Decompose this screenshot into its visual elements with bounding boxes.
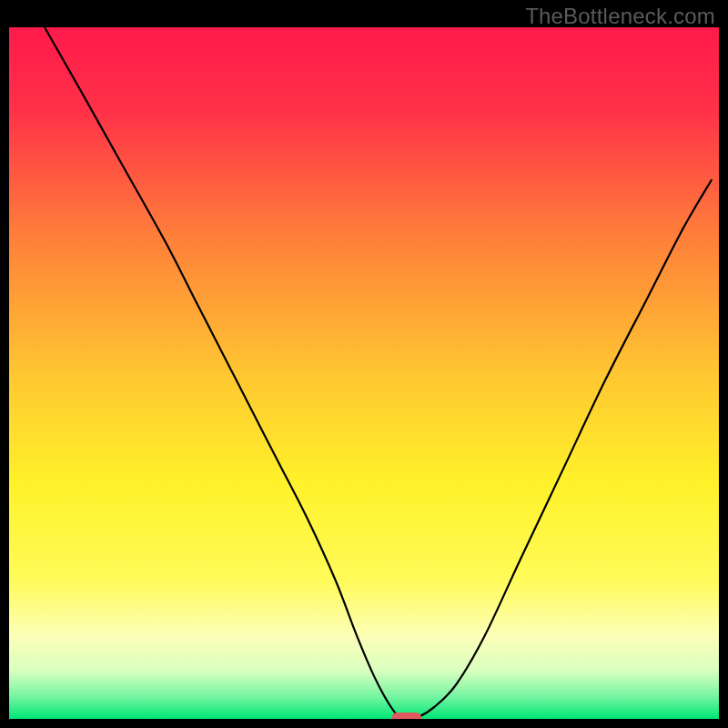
gradient-background — [9, 27, 719, 719]
chart-plot-area — [9, 27, 719, 719]
bottleneck-chart — [9, 27, 719, 719]
optimal-marker — [391, 713, 421, 719]
watermark-label: TheBottleneck.com — [525, 4, 715, 29]
chart-frame: TheBottleneck.com — [0, 0, 728, 728]
